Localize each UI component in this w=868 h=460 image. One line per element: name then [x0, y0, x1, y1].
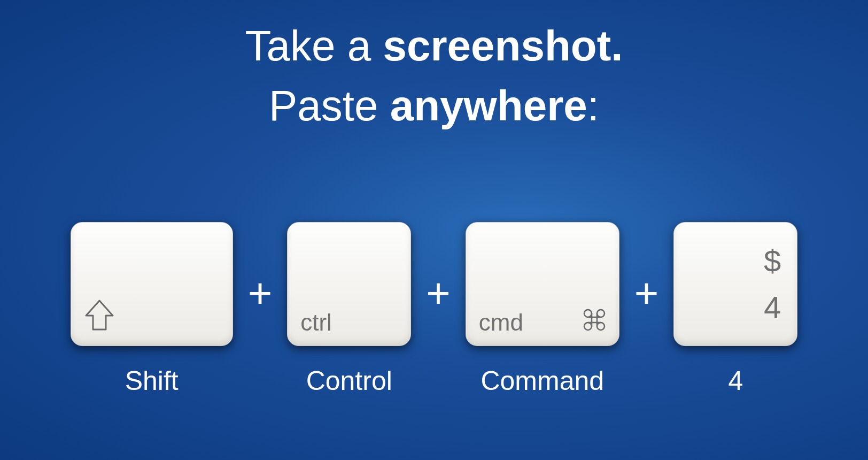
key-cap-cmd: cmd — [479, 309, 523, 336]
svg-point-0 — [584, 310, 592, 317]
key-under-label-four: 4 — [728, 365, 743, 396]
svg-point-2 — [584, 323, 592, 330]
key-under-label-control: Control — [306, 365, 392, 396]
key-cap-ctrl: ctrl — [300, 309, 332, 336]
key-group-command: cmd — [466, 222, 619, 396]
key-under-label-command: Command — [480, 365, 604, 396]
command-symbol-icon — [583, 308, 606, 334]
headline-line1-prefix: Take a — [245, 22, 383, 70]
plus-separator: + — [634, 269, 659, 318]
key-under-label-shift: Shift — [125, 365, 179, 396]
key-group-shift: Shift — [71, 222, 233, 396]
key-command: cmd — [466, 222, 619, 346]
key-cap-dollar: $ — [764, 243, 781, 279]
headline-line2-bold: anywhere — [390, 82, 587, 129]
key-four: $ 4 — [673, 222, 797, 346]
key-group-four: $ 4 4 — [673, 222, 797, 396]
plus-separator: + — [426, 269, 451, 318]
shift-arrow-icon — [84, 298, 115, 334]
headline: Take a screenshot. Paste anywhere: — [0, 16, 868, 136]
key-shortcut-row: Shift + ctrl Control + cmd — [21, 222, 847, 396]
key-group-control: ctrl Control — [287, 222, 411, 396]
key-shift — [71, 222, 233, 346]
svg-point-3 — [597, 323, 604, 330]
headline-line2-prefix: Paste — [269, 82, 390, 129]
key-control: ctrl — [287, 222, 411, 346]
key-cap-four: 4 — [764, 289, 781, 325]
svg-rect-4 — [592, 317, 597, 323]
svg-point-1 — [597, 310, 604, 317]
headline-line1-bold: screenshot. — [383, 22, 623, 70]
plus-separator: + — [248, 269, 273, 318]
headline-line2-suffix: : — [587, 82, 599, 129]
